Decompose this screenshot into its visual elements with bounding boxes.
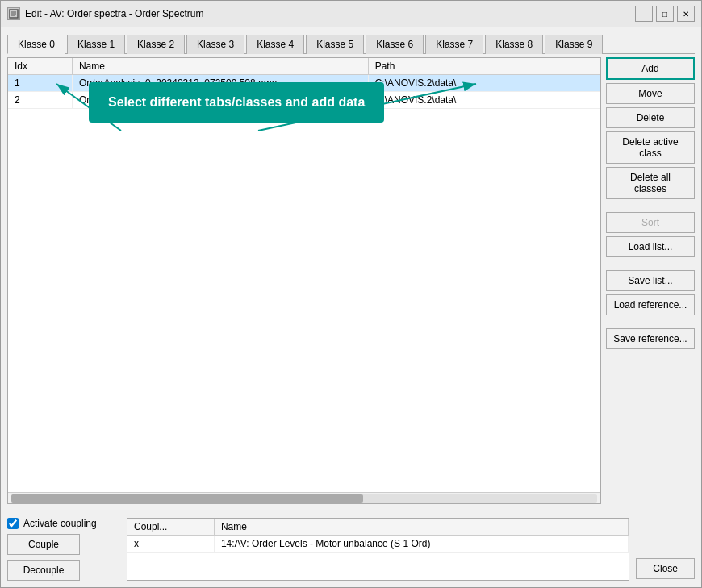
coupling-left: Activate coupling Couple Decouple xyxy=(7,518,120,581)
title-bar-controls: — □ ✕ xyxy=(635,6,695,22)
tab-klasse-1[interactable]: Klasse 1 xyxy=(67,35,125,54)
horizontal-scrollbar[interactable] xyxy=(8,492,600,503)
coupling-table-container: Coupl... Name x 14:AV: Order Levels - Mo… xyxy=(127,518,629,581)
tab-klasse-6[interactable]: Klasse 6 xyxy=(366,35,424,54)
data-table: Idx Name Path 1 OrdarAnalysis_0_20240312… xyxy=(8,58,600,109)
window-title: Edit - AV: Order spectra - Order Spectru… xyxy=(25,8,203,19)
minimize-button[interactable]: — xyxy=(635,6,653,22)
table-row[interactable]: 1 OrdarAnalysis_0_20240312_073509.508.am… xyxy=(8,75,600,92)
bottom-section: Activate coupling Couple Decouple Coupl.… xyxy=(7,511,695,581)
table-scroll[interactable]: Idx Name Path 1 OrdarAnalysis_0_20240312… xyxy=(8,58,600,492)
coupling-col-name: Name xyxy=(214,519,628,536)
couple-button[interactable]: Couple xyxy=(7,534,80,555)
main-window: Edit - AV: Order spectra - Order Spectru… xyxy=(0,0,702,588)
decouple-button[interactable]: Decouple xyxy=(7,560,80,581)
title-bar-left: Edit - AV: Order spectra - Order Spectru… xyxy=(7,7,203,20)
scrollbar-track xyxy=(11,494,597,503)
bottom-right: Close xyxy=(636,518,695,581)
col-header-idx: Idx xyxy=(8,58,72,75)
scrollbar-thumb[interactable] xyxy=(11,494,363,503)
tab-klasse-9[interactable]: Klasse 9 xyxy=(545,35,603,54)
close-button[interactable]: Close xyxy=(636,558,695,579)
col-header-path: Path xyxy=(368,58,600,75)
sidebar: AddMoveDeleteDelete active classDelete a… xyxy=(606,57,695,504)
content-area: Klasse 0Klasse 1Klasse 2Klasse 3Klasse 4… xyxy=(1,27,701,587)
coupling-table-row[interactable]: x 14:AV: Order Levels - Motor unbalance … xyxy=(127,536,629,553)
load-reference-button[interactable]: Load reference... xyxy=(606,294,695,315)
move-button[interactable]: Move xyxy=(606,83,695,104)
cell-coupling-name: 14:AV: Order Levels - Motor unbalance (S… xyxy=(214,536,628,553)
col-header-name: Name xyxy=(72,58,368,75)
maximize-button[interactable]: □ xyxy=(656,6,674,22)
app-icon xyxy=(7,7,20,20)
table-container: Idx Name Path 1 OrdarAnalysis_0_20240312… xyxy=(7,57,601,504)
coupling-col-coupl: Coupl... xyxy=(127,519,214,536)
close-window-button[interactable]: ✕ xyxy=(677,6,695,22)
save-reference-button[interactable]: Save reference... xyxy=(606,328,695,349)
activate-coupling-checkbox[interactable] xyxy=(7,518,19,529)
cell-name: OrdarAnalysis_0_20240312_073509.508.ame xyxy=(72,75,368,92)
add-button[interactable]: Add xyxy=(606,57,695,80)
delete-all-classes-button[interactable]: Delete all classes xyxy=(606,167,695,199)
tab-klasse-0[interactable]: Klasse 0 xyxy=(7,35,65,54)
cell-name: OrdarAnalysis_0_20240319_134150.382.ame xyxy=(72,92,368,109)
tab-klasse-7[interactable]: Klasse 7 xyxy=(425,35,483,54)
sidebar-spacer xyxy=(606,319,695,325)
delete-button[interactable]: Delete xyxy=(606,107,695,128)
cell-coupl: x xyxy=(127,536,214,553)
tab-klasse-4[interactable]: Klasse 4 xyxy=(246,35,304,54)
sidebar-spacer xyxy=(606,202,695,209)
cell-idx: 2 xyxy=(8,92,72,109)
save-list-button[interactable]: Save list... xyxy=(606,270,695,291)
sort-button[interactable]: Sort xyxy=(606,212,695,233)
coupling-table: Coupl... Name x 14:AV: Order Levels - Mo… xyxy=(127,519,629,553)
sidebar-spacer xyxy=(606,261,695,267)
cell-path: C:\ANOVIS.2\data\ xyxy=(368,92,600,109)
cell-path: C:\ANOVIS.2\data\ xyxy=(368,75,600,92)
tab-klasse-2[interactable]: Klasse 2 xyxy=(127,35,185,54)
main-layout: Idx Name Path 1 OrdarAnalysis_0_20240312… xyxy=(7,57,695,504)
tab-klasse-3[interactable]: Klasse 3 xyxy=(186,35,244,54)
tab-bar: Klasse 0Klasse 1Klasse 2Klasse 3Klasse 4… xyxy=(7,34,695,54)
load-list-button[interactable]: Load list... xyxy=(606,236,695,257)
title-bar: Edit - AV: Order spectra - Order Spectru… xyxy=(1,1,701,27)
tab-klasse-5[interactable]: Klasse 5 xyxy=(306,35,364,54)
cell-idx: 1 xyxy=(8,75,72,92)
table-row[interactable]: 2 OrdarAnalysis_0_20240319_134150.382.am… xyxy=(8,92,600,109)
tab-klasse-8[interactable]: Klasse 8 xyxy=(485,35,543,54)
delete-active-class-button[interactable]: Delete active class xyxy=(606,131,695,164)
activate-coupling-label: Activate coupling xyxy=(23,518,97,529)
activate-coupling-row: Activate coupling xyxy=(7,518,120,529)
